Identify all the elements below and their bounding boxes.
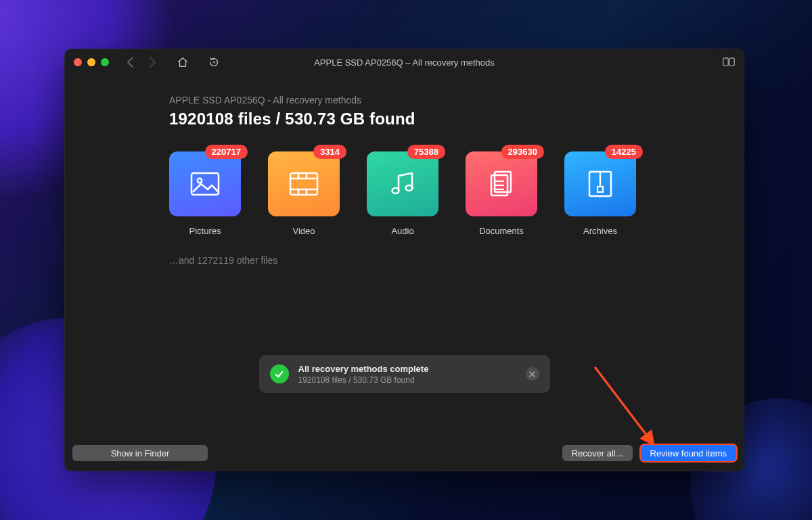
tile-archives[interactable]: 14225 Archives <box>564 151 636 236</box>
count-badge: 14225 <box>605 145 643 159</box>
tile-label: Pictures <box>169 226 241 236</box>
tile-documents[interactable]: 293630 Documents <box>466 151 537 236</box>
home-button[interactable] <box>177 56 189 68</box>
window-title: APPLE SSD AP0256Q – All recovery methods <box>64 57 744 68</box>
count-badge: 3314 <box>313 145 346 159</box>
archives-icon <box>583 166 618 202</box>
nav-controls <box>125 57 158 68</box>
footer-bar: Show in Finder Recover all... Review fou… <box>64 439 744 471</box>
svg-rect-20 <box>597 187 603 192</box>
svg-point-3 <box>198 179 202 183</box>
tile-label: Archives <box>564 226 636 236</box>
main-content: APPLE SSD AP0256Q - All recovery methods… <box>64 76 744 439</box>
recover-all-button[interactable]: Recover all... <box>562 445 633 461</box>
count-badge: 75388 <box>407 145 445 159</box>
toast-subtitle: 1920108 files / 530.73 GB found <box>298 375 526 385</box>
svg-rect-4 <box>290 173 317 195</box>
back-button[interactable] <box>125 57 136 68</box>
toast-title: All recovery methods complete <box>298 364 526 374</box>
close-window-button[interactable] <box>74 58 82 66</box>
tile-pictures[interactable]: 220717 Pictures <box>169 151 241 236</box>
reload-icon <box>208 56 220 68</box>
audio-icon <box>385 166 420 202</box>
review-found-items-button[interactable]: Review found items <box>641 445 736 461</box>
status-toast: All recovery methods complete 1920108 fi… <box>259 355 550 393</box>
zoom-window-button[interactable] <box>101 58 109 66</box>
columns-icon <box>723 57 735 66</box>
tile-label: Audio <box>367 226 438 236</box>
check-icon <box>270 364 289 383</box>
video-icon <box>286 166 321 202</box>
titlebar: APPLE SSD AP0256Q – All recovery methods <box>64 49 744 76</box>
other-files-text: …and 1272119 other files <box>169 255 744 266</box>
scan-headline: 1920108 files / 530.73 GB found <box>169 110 744 128</box>
app-window: APPLE SSD AP0256Q – All recovery methods… <box>64 49 744 471</box>
tile-label: Video <box>268 226 340 236</box>
count-badge: 293630 <box>501 145 544 159</box>
scan-subtitle: APPLE SSD AP0256Q - All recovery methods <box>169 95 744 105</box>
tile-label: Documents <box>466 226 537 236</box>
home-icon <box>177 56 189 68</box>
chevron-left-icon <box>125 57 136 68</box>
tile-video[interactable]: 3314 Video <box>268 151 340 236</box>
chevron-right-icon <box>147 57 158 68</box>
svg-rect-1 <box>729 58 734 66</box>
show-in-finder-button[interactable]: Show in Finder <box>72 445 208 461</box>
rescan-button[interactable] <box>208 56 220 68</box>
documents-icon <box>484 166 519 202</box>
pictures-icon <box>187 166 223 202</box>
count-badge: 220717 <box>205 145 248 159</box>
close-icon <box>529 371 535 377</box>
minimize-window-button[interactable] <box>87 58 95 66</box>
category-tiles: 220717 Pictures 3314 <box>169 151 744 236</box>
tile-audio[interactable]: 75388 Audio <box>367 151 438 236</box>
sidebar-toggle-button[interactable] <box>723 56 735 68</box>
svg-rect-2 <box>191 173 219 195</box>
toast-close-button[interactable] <box>526 367 539 381</box>
forward-button[interactable] <box>147 57 158 68</box>
window-controls <box>74 58 109 66</box>
svg-rect-0 <box>723 58 728 66</box>
